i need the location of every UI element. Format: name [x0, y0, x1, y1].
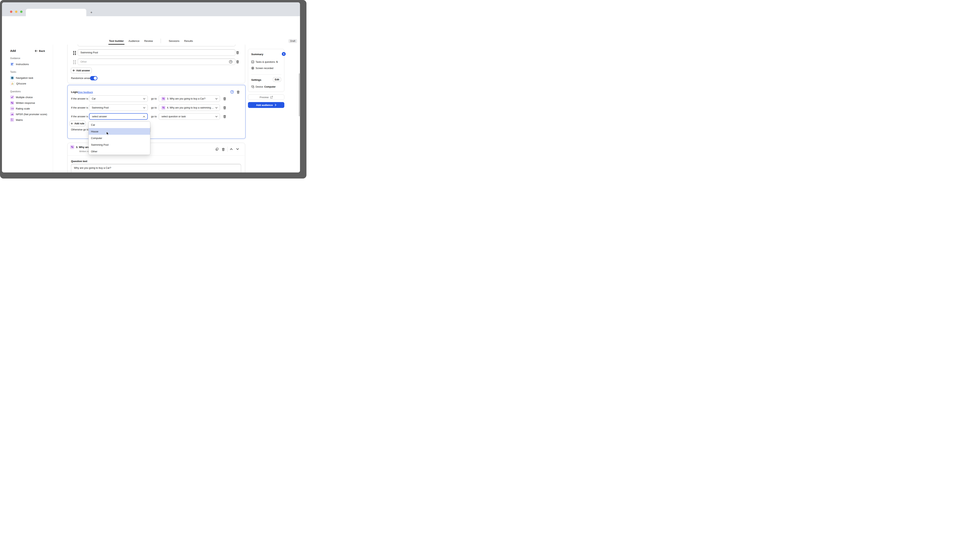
- delete-rule-icon[interactable]: [223, 97, 226, 100]
- chevron-down-icon: [215, 107, 218, 108]
- browser-tabbar: +: [2, 2, 300, 16]
- record-icon: [251, 67, 254, 69]
- logic-title: Logic: [71, 90, 78, 93]
- delete-answer-icon[interactable]: [236, 51, 239, 54]
- tab-review[interactable]: Review: [144, 37, 153, 45]
- sidebar-item-multiple-choice[interactable]: Multiple choice: [10, 95, 33, 99]
- sidebar-item-navigation-task[interactable]: Navigation task: [10, 76, 33, 80]
- zoom-window-button[interactable]: [20, 11, 23, 13]
- app-header: U Untitled test Saved Search 5 ? MM: [2, 27, 300, 37]
- close-window-button[interactable]: [10, 11, 12, 13]
- settings-label: Settings: [251, 79, 261, 81]
- instructions-icon: [10, 62, 14, 66]
- option-car[interactable]: Car: [89, 121, 150, 128]
- rule2-target-select[interactable]: 4. Why are you going to buy a swimming .…: [159, 105, 220, 111]
- option-swimming-pool[interactable]: Swimming Pool: [89, 142, 150, 148]
- move-down-icon[interactable]: [236, 148, 239, 150]
- primary-nav: Test builder Audience Review Sessions Re…: [2, 37, 300, 45]
- delete-question-icon[interactable]: [221, 148, 225, 151]
- rule3-target-select[interactable]: select question or task: [159, 113, 220, 120]
- duplicate-icon[interactable]: [215, 148, 219, 151]
- sidebar-item-qxscore[interactable]: QXscore: [10, 82, 26, 85]
- status-badge: Draft: [289, 39, 297, 43]
- summary-title: Summary: [251, 53, 263, 56]
- rule3-answer-select-open[interactable]: select answer: [89, 113, 148, 120]
- delete-logic-icon[interactable]: [236, 90, 240, 94]
- chevron-down-icon: [215, 98, 218, 100]
- goto-label: go to: [151, 115, 157, 118]
- tab-audience[interactable]: Audience: [129, 37, 139, 45]
- qxscore-icon: [10, 81, 15, 86]
- section-guidance: Guidance: [10, 57, 20, 60]
- chevron-down-icon: [143, 98, 145, 100]
- written-response-icon: [10, 101, 14, 105]
- drag-handle[interactable]: [73, 51, 76, 55]
- rating-scale-icon: [10, 106, 14, 111]
- if-label: If the answer is: [71, 115, 88, 118]
- tasks-questions-row: Tasks & questions: 5: [251, 60, 278, 63]
- delete-answer-icon[interactable]: [236, 60, 239, 64]
- written-response-icon: [161, 106, 165, 110]
- add-audience-button[interactable]: Add audience: [248, 102, 284, 108]
- back-button[interactable]: Back: [35, 50, 45, 52]
- app-body: Add Back Guidance Instructions Tasks Nav…: [2, 45, 300, 172]
- answer-input-partial[interactable]: [78, 45, 236, 46]
- add-rule-button[interactable]: Add rule: [69, 121, 86, 126]
- browser-toolbar: [2, 16, 300, 27]
- tasks-icon: [251, 60, 254, 63]
- screen-frame: + U Untitled test Saved Search 5 ? MM Te…: [0, 0, 307, 179]
- rule2-answer-select[interactable]: Swimming Pool: [89, 105, 148, 111]
- preview-button[interactable]: Preview: [248, 95, 284, 100]
- written-response-icon: [161, 97, 165, 101]
- mouse-cursor: [106, 132, 109, 135]
- multiple-choice-icon: [10, 95, 14, 99]
- minimize-window-button[interactable]: [15, 11, 18, 13]
- sidebar: Add Back Guidance Instructions Tasks Nav…: [2, 45, 53, 172]
- summary-divider: [251, 74, 281, 75]
- scrollbar-thumb[interactable]: [299, 73, 300, 116]
- other-help-icon[interactable]: ?: [229, 60, 232, 64]
- tab-test-builder[interactable]: Test builder: [109, 37, 124, 45]
- goto-label: go to: [151, 106, 157, 109]
- question-text-label: Question text: [71, 160, 87, 163]
- matrix-icon: [10, 118, 14, 122]
- tab-results[interactable]: Results: [184, 37, 193, 45]
- rule1-answer-select[interactable]: Car: [89, 95, 148, 102]
- screen-recorded-row: Screen recorded: [251, 67, 273, 69]
- device-value: Computer: [264, 85, 276, 88]
- sidebar-item-instructions[interactable]: Instructions: [10, 62, 29, 66]
- option-computer[interactable]: Computer: [89, 135, 150, 142]
- card-divider: [68, 155, 245, 156]
- browser-tab[interactable]: [26, 9, 86, 16]
- answer-dropdown-list: Car House Computer Swimming Pool Other: [89, 121, 150, 155]
- device-icon: [251, 85, 254, 88]
- chevron-up-icon: [143, 116, 145, 117]
- external-link-icon: [270, 96, 273, 98]
- sidebar-item-written-response[interactable]: Written response: [10, 101, 35, 105]
- delete-rule-icon[interactable]: [223, 106, 226, 109]
- otherwise-label: Otherwise go to: [71, 128, 89, 131]
- sidebar-item-nps[interactable]: NPS® (Net promoter score): [10, 112, 47, 116]
- drag-handle-disabled: [73, 60, 76, 64]
- edit-settings-button[interactable]: Edit: [273, 77, 281, 82]
- answer-input-other[interactable]: Other ?: [78, 58, 236, 65]
- option-other[interactable]: Other: [89, 148, 150, 154]
- question-text-input[interactable]: Why are you going to buy a Car?: [71, 164, 241, 172]
- chevron-right-icon: [275, 104, 276, 106]
- randomize-toggle[interactable]: [90, 76, 97, 80]
- add-answer-button[interactable]: Add answer: [71, 68, 92, 73]
- new-tab-button[interactable]: +: [89, 10, 94, 15]
- move-up-icon[interactable]: [230, 148, 232, 150]
- svg-text:?: ?: [231, 91, 232, 93]
- option-house[interactable]: House: [89, 128, 150, 135]
- delete-rule-icon[interactable]: [223, 115, 226, 118]
- nps-gauge-icon: [10, 112, 14, 116]
- tab-sessions[interactable]: Sessions: [169, 37, 179, 45]
- sidebar-title: Add: [10, 49, 16, 52]
- sidebar-item-matrix[interactable]: Matrix: [10, 118, 23, 122]
- sidebar-item-rating-scale[interactable]: Rating scale: [10, 106, 30, 111]
- rule1-target-select[interactable]: 3. Why are you going to buy a Car?: [159, 95, 220, 102]
- give-feedback-link[interactable]: Give feedback: [78, 91, 93, 94]
- answer-input[interactable]: Swimming Pool: [78, 49, 236, 56]
- logic-help-icon[interactable]: ?: [230, 90, 234, 94]
